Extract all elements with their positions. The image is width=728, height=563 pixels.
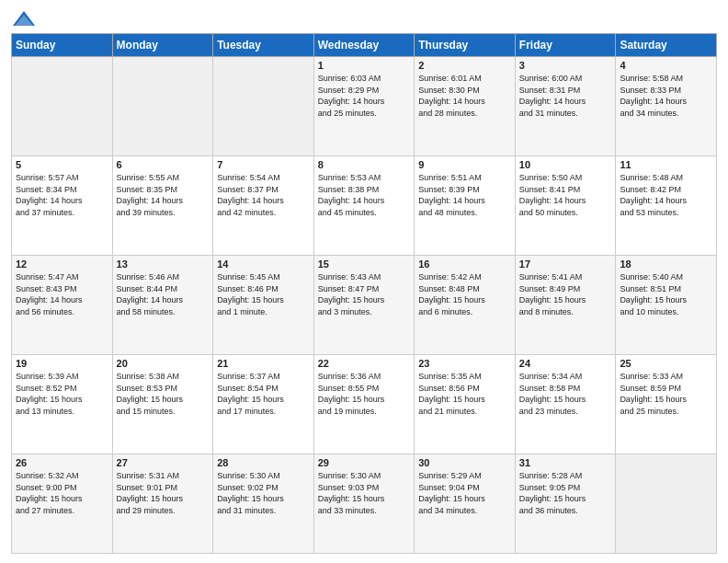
day-number: 5 bbox=[16, 159, 108, 170]
calendar-day-26: 26Sunrise: 5:32 AM Sunset: 9:00 PM Dayli… bbox=[12, 454, 113, 554]
calendar-day-11: 11Sunrise: 5:48 AM Sunset: 8:42 PM Dayli… bbox=[616, 156, 717, 256]
calendar-week-row: 19Sunrise: 5:39 AM Sunset: 8:52 PM Dayli… bbox=[12, 355, 717, 454]
calendar-day-30: 30Sunrise: 5:29 AM Sunset: 9:04 PM Dayli… bbox=[415, 454, 516, 554]
day-info: Sunrise: 6:01 AM Sunset: 8:30 PM Dayligh… bbox=[418, 73, 511, 119]
calendar-day-17: 17Sunrise: 5:41 AM Sunset: 8:49 PM Dayli… bbox=[515, 256, 616, 355]
day-number: 19 bbox=[16, 358, 108, 369]
calendar-day-16: 16Sunrise: 5:42 AM Sunset: 8:48 PM Dayli… bbox=[415, 256, 516, 355]
day-info: Sunrise: 5:45 AM Sunset: 8:46 PM Dayligh… bbox=[217, 271, 310, 317]
day-number: 15 bbox=[318, 259, 411, 270]
calendar-day-7: 7Sunrise: 5:54 AM Sunset: 8:37 PM Daylig… bbox=[213, 156, 314, 256]
calendar-day-3: 3Sunrise: 6:00 AM Sunset: 8:31 PM Daylig… bbox=[515, 57, 616, 156]
day-info: Sunrise: 5:31 AM Sunset: 9:01 PM Dayligh… bbox=[117, 470, 210, 516]
calendar-week-row: 26Sunrise: 5:32 AM Sunset: 9:00 PM Dayli… bbox=[12, 454, 717, 554]
day-info: Sunrise: 5:43 AM Sunset: 8:47 PM Dayligh… bbox=[318, 271, 411, 317]
calendar-day-15: 15Sunrise: 5:43 AM Sunset: 8:47 PM Dayli… bbox=[313, 256, 415, 355]
calendar-day-19: 19Sunrise: 5:39 AM Sunset: 8:52 PM Dayli… bbox=[12, 355, 113, 454]
day-info: Sunrise: 5:50 AM Sunset: 8:41 PM Dayligh… bbox=[519, 172, 612, 218]
calendar-day-5: 5Sunrise: 5:57 AM Sunset: 8:34 PM Daylig… bbox=[12, 156, 113, 256]
calendar-day-6: 6Sunrise: 5:55 AM Sunset: 8:35 PM Daylig… bbox=[112, 156, 213, 256]
weekday-header-wednesday: Wednesday bbox=[313, 34, 415, 57]
day-number: 10 bbox=[519, 159, 612, 170]
logo-icon bbox=[11, 9, 37, 28]
day-info: Sunrise: 5:54 AM Sunset: 8:37 PM Dayligh… bbox=[217, 172, 310, 218]
day-info: Sunrise: 5:38 AM Sunset: 8:53 PM Dayligh… bbox=[117, 371, 210, 417]
day-info: Sunrise: 6:00 AM Sunset: 8:31 PM Dayligh… bbox=[519, 73, 612, 119]
calendar-day-28: 28Sunrise: 5:30 AM Sunset: 9:02 PM Dayli… bbox=[213, 454, 314, 554]
day-info: Sunrise: 5:28 AM Sunset: 9:05 PM Dayligh… bbox=[519, 470, 612, 516]
header bbox=[11, 9, 717, 28]
weekday-header-thursday: Thursday bbox=[415, 34, 516, 57]
day-number: 29 bbox=[318, 457, 411, 468]
calendar-day-9: 9Sunrise: 5:51 AM Sunset: 8:39 PM Daylig… bbox=[415, 156, 516, 256]
day-info: Sunrise: 5:29 AM Sunset: 9:04 PM Dayligh… bbox=[418, 470, 511, 516]
day-info: Sunrise: 5:55 AM Sunset: 8:35 PM Dayligh… bbox=[117, 172, 210, 218]
weekday-header-sunday: Sunday bbox=[12, 34, 113, 57]
calendar-day-25: 25Sunrise: 5:33 AM Sunset: 8:59 PM Dayli… bbox=[616, 355, 717, 454]
weekday-header-row: SundayMondayTuesdayWednesdayThursdayFrid… bbox=[12, 34, 717, 57]
day-number: 21 bbox=[217, 358, 310, 369]
day-number: 1 bbox=[318, 60, 411, 71]
day-number: 22 bbox=[318, 358, 411, 369]
calendar-day-13: 13Sunrise: 5:46 AM Sunset: 8:44 PM Dayli… bbox=[112, 256, 213, 355]
day-info: Sunrise: 5:40 AM Sunset: 8:51 PM Dayligh… bbox=[620, 271, 712, 317]
day-number: 18 bbox=[620, 259, 712, 270]
calendar-table: SundayMondayTuesdayWednesdayThursdayFrid… bbox=[11, 33, 717, 554]
calendar-week-row: 5Sunrise: 5:57 AM Sunset: 8:34 PM Daylig… bbox=[12, 156, 717, 256]
calendar-day-4: 4Sunrise: 5:58 AM Sunset: 8:33 PM Daylig… bbox=[616, 57, 717, 156]
day-number: 11 bbox=[620, 159, 712, 170]
day-number: 14 bbox=[217, 259, 310, 270]
calendar-day-2: 2Sunrise: 6:01 AM Sunset: 8:30 PM Daylig… bbox=[415, 57, 516, 156]
calendar-day-empty bbox=[12, 57, 113, 156]
day-info: Sunrise: 5:53 AM Sunset: 8:38 PM Dayligh… bbox=[318, 172, 411, 218]
day-info: Sunrise: 5:37 AM Sunset: 8:54 PM Dayligh… bbox=[217, 371, 310, 417]
calendar-week-row: 1Sunrise: 6:03 AM Sunset: 8:29 PM Daylig… bbox=[12, 57, 717, 156]
day-number: 31 bbox=[519, 457, 612, 468]
day-number: 23 bbox=[418, 358, 511, 369]
calendar-week-row: 12Sunrise: 5:47 AM Sunset: 8:43 PM Dayli… bbox=[12, 256, 717, 355]
calendar-day-14: 14Sunrise: 5:45 AM Sunset: 8:46 PM Dayli… bbox=[213, 256, 314, 355]
day-info: Sunrise: 5:42 AM Sunset: 8:48 PM Dayligh… bbox=[418, 271, 511, 317]
day-info: Sunrise: 5:58 AM Sunset: 8:33 PM Dayligh… bbox=[620, 73, 712, 119]
day-number: 26 bbox=[16, 457, 108, 468]
day-info: Sunrise: 5:33 AM Sunset: 8:59 PM Dayligh… bbox=[620, 371, 712, 417]
day-info: Sunrise: 5:32 AM Sunset: 9:00 PM Dayligh… bbox=[16, 470, 108, 516]
calendar-day-31: 31Sunrise: 5:28 AM Sunset: 9:05 PM Dayli… bbox=[515, 454, 616, 554]
calendar-day-23: 23Sunrise: 5:35 AM Sunset: 8:56 PM Dayli… bbox=[415, 355, 516, 454]
day-info: Sunrise: 6:03 AM Sunset: 8:29 PM Dayligh… bbox=[318, 73, 411, 119]
calendar-day-10: 10Sunrise: 5:50 AM Sunset: 8:41 PM Dayli… bbox=[515, 156, 616, 256]
day-info: Sunrise: 5:35 AM Sunset: 8:56 PM Dayligh… bbox=[418, 371, 511, 417]
day-number: 28 bbox=[217, 457, 310, 468]
calendar-day-20: 20Sunrise: 5:38 AM Sunset: 8:53 PM Dayli… bbox=[112, 355, 213, 454]
day-info: Sunrise: 5:30 AM Sunset: 9:03 PM Dayligh… bbox=[318, 470, 411, 516]
calendar-day-27: 27Sunrise: 5:31 AM Sunset: 9:01 PM Dayli… bbox=[112, 454, 213, 554]
calendar-day-12: 12Sunrise: 5:47 AM Sunset: 8:43 PM Dayli… bbox=[12, 256, 113, 355]
logo bbox=[11, 9, 40, 28]
calendar-day-18: 18Sunrise: 5:40 AM Sunset: 8:51 PM Dayli… bbox=[616, 256, 717, 355]
day-number: 4 bbox=[620, 60, 712, 71]
calendar-day-1: 1Sunrise: 6:03 AM Sunset: 8:29 PM Daylig… bbox=[313, 57, 415, 156]
day-number: 25 bbox=[620, 358, 712, 369]
day-number: 8 bbox=[318, 159, 411, 170]
day-number: 12 bbox=[16, 259, 108, 270]
weekday-header-friday: Friday bbox=[515, 34, 616, 57]
day-number: 9 bbox=[418, 159, 511, 170]
calendar-day-21: 21Sunrise: 5:37 AM Sunset: 8:54 PM Dayli… bbox=[213, 355, 314, 454]
day-info: Sunrise: 5:34 AM Sunset: 8:58 PM Dayligh… bbox=[519, 371, 612, 417]
day-number: 16 bbox=[418, 259, 511, 270]
calendar-day-22: 22Sunrise: 5:36 AM Sunset: 8:55 PM Dayli… bbox=[313, 355, 415, 454]
day-number: 30 bbox=[418, 457, 511, 468]
day-number: 13 bbox=[117, 259, 210, 270]
weekday-header-monday: Monday bbox=[112, 34, 213, 57]
calendar-page: SundayMondayTuesdayWednesdayThursdayFrid… bbox=[0, 0, 728, 563]
day-info: Sunrise: 5:36 AM Sunset: 8:55 PM Dayligh… bbox=[318, 371, 411, 417]
day-info: Sunrise: 5:51 AM Sunset: 8:39 PM Dayligh… bbox=[418, 172, 511, 218]
day-number: 27 bbox=[117, 457, 210, 468]
day-number: 3 bbox=[519, 60, 612, 71]
day-number: 24 bbox=[519, 358, 612, 369]
calendar-day-empty bbox=[213, 57, 314, 156]
day-info: Sunrise: 5:30 AM Sunset: 9:02 PM Dayligh… bbox=[217, 470, 310, 516]
calendar-day-8: 8Sunrise: 5:53 AM Sunset: 8:38 PM Daylig… bbox=[313, 156, 415, 256]
calendar-day-29: 29Sunrise: 5:30 AM Sunset: 9:03 PM Dayli… bbox=[313, 454, 415, 554]
day-info: Sunrise: 5:57 AM Sunset: 8:34 PM Dayligh… bbox=[16, 172, 108, 218]
